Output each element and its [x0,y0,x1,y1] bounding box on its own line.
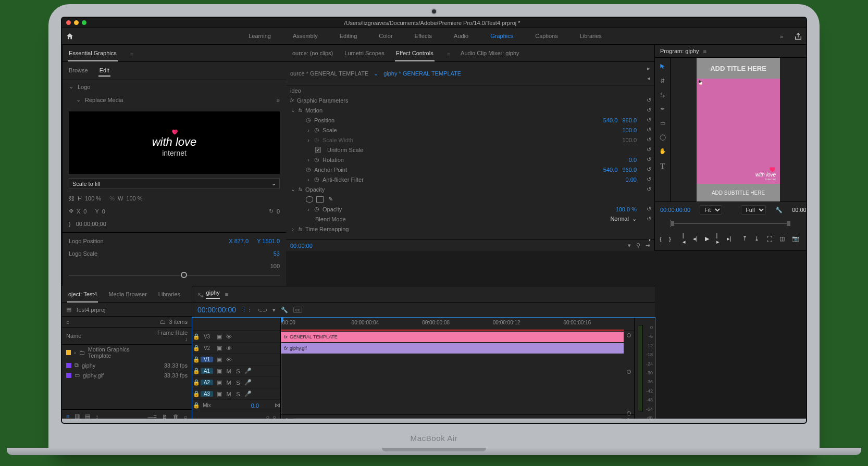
link-icon[interactable]: ⛓ [69,195,75,201]
export-frame-icon[interactable]: ⛶ [766,236,772,242]
minimize-icon[interactable] [74,20,79,25]
ec-motion[interactable]: Motion [305,107,323,114]
project-row[interactable]: ⧉giphy33.33 fps [62,360,192,370]
ec-anchor-x[interactable]: 540.0 [603,167,618,173]
pen-tool-icon[interactable]: ✒ [660,106,665,112]
eg-group-replace[interactable]: ⌄Replace Media≡ [63,93,286,106]
linked-selection-icon[interactable]: ⊂⊃ [258,307,267,313]
col-rate[interactable]: Frame Rate ↓ [152,328,192,345]
track-v2[interactable]: 🔒V2▣👁 [192,343,280,354]
workspace-learning[interactable]: Learning [246,30,273,43]
reset-icon[interactable]: ↺ [647,156,651,163]
ec-timeline-toggle[interactable]: ▸◂ [647,65,650,82]
eg-media-thumb[interactable]: with love internet [69,111,280,174]
go-in-icon[interactable]: |◂ [683,232,686,245]
maximize-icon[interactable] [82,20,86,25]
share-icon[interactable] [790,32,806,41]
panel-overflow-icon[interactable]: » [200,293,203,299]
wrench-icon[interactable]: 🔧 [281,307,288,313]
zoom-select[interactable]: Fit [700,205,722,215]
track-a3[interactable]: 🔒A3▣MS🎤 [192,388,280,400]
reset-icon[interactable]: ↺ [647,127,651,133]
filter-bin-icon[interactable]: ⌕ [66,319,70,325]
lift-icon[interactable]: ⤒ [742,235,747,242]
vertical-align-icon[interactable]: ⇵ [660,78,665,84]
step-fwd-icon[interactable]: |▸ [716,232,720,245]
uniform-scale-checkbox[interactable] [315,147,321,153]
extract-icon[interactable]: ⤓ [754,235,759,242]
stopwatch-icon[interactable]: ◷ [314,128,319,133]
eg-w-value[interactable]: 100 % [126,195,142,201]
stopwatch-icon[interactable]: ◷ [314,177,319,182]
ec-anchor-y[interactable]: 960.0 [622,167,637,173]
clip-gif[interactable]: fxgiphy.gif [281,343,624,354]
eg-logo-pos-x[interactable]: X 877.0 [229,238,249,244]
snapshot-icon[interactable]: 📷 [792,235,799,242]
ec-blend-value[interactable]: Normal [610,216,628,222]
workspace-captions[interactable]: Captions [533,30,560,43]
track-a1[interactable]: 🔒A1▣MS🎤 [192,366,280,377]
reset-icon[interactable]: ↺ [647,97,651,104]
eg-y-value[interactable]: 0 [102,208,105,215]
program-tc[interactable]: 00:00:00:00 [660,207,690,213]
program-scrubber[interactable] [655,218,806,229]
workspace-color[interactable]: Color [377,30,394,43]
reset-icon[interactable]: ↺ [647,176,651,183]
reset-icon[interactable]: ↺ [647,117,651,123]
tab-project[interactable]: oject: Test4 [67,289,98,303]
mark-out-icon[interactable]: } [669,236,671,242]
workspace-graphics[interactable]: Graphics [488,30,515,43]
ec-breadcrumb[interactable]: giphy * GENERAL TEMPLATE [383,70,461,77]
rotate-icon[interactable]: ↻ [269,208,274,215]
ec-position-y[interactable]: 960.0 [622,117,637,123]
ec-flicker-value[interactable]: 0.00 [626,177,637,183]
pin-icon[interactable]: ⚲ [636,242,640,249]
scroll-handle[interactable] [627,333,631,337]
reset-icon[interactable]: ↺ [647,136,651,143]
track-a2[interactable]: 🔒A2▣MS🎤 [192,377,280,388]
close-icon[interactable] [66,20,71,25]
panel-menu-icon[interactable]: ≡ [130,52,133,58]
workspace-assembly[interactable]: Assembly [291,30,320,43]
eg-tab-browse[interactable]: Browse [68,65,89,77]
eg-scale-mode-select[interactable]: Scale to fill⌄ [69,178,280,189]
snap-icon[interactable]: ⋮⋮ [241,307,253,313]
timeline-tc[interactable]: 00:00:00:00 [197,306,236,314]
eg-logo-scale-slider[interactable] [69,271,280,279]
eg-group-logo[interactable]: ⌄Logo [63,80,286,93]
caption-track-icon[interactable]: cc [293,307,302,313]
reset-icon[interactable]: ↺ [647,206,651,212]
move-icon[interactable]: ✥ [69,208,73,215]
anchor-icon[interactable]: } [69,221,71,227]
ellipse-tool-icon[interactable]: ◯ [660,134,666,141]
tab-audio-mixer[interactable]: Audio Clip Mixer: giphy [460,48,520,61]
arrow-icon[interactable]: ⇥ [646,242,650,249]
opacity-mask-tools[interactable]: ✎ [286,196,334,203]
filter-icon[interactable]: ▾ [628,242,631,249]
play-icon[interactable]: ▶ [705,235,709,242]
sequence-tab[interactable]: giphy [206,289,219,299]
ec-time-remap[interactable]: Time Remapping [305,226,349,232]
tab-libraries[interactable]: Libraries [157,289,181,303]
workspace-editing[interactable]: Editing [338,30,359,43]
time-ruler[interactable]: :00:00 00:00:00:04 00:00:00:08 00:00:00:… [281,318,634,331]
marker-icon[interactable]: ▾ [272,307,276,313]
ec-graphic-params[interactable]: Graphic Parameters [297,97,348,104]
go-out-icon[interactable]: ▸| [727,235,731,242]
reset-icon[interactable]: ↺ [647,186,651,193]
stopwatch-icon[interactable]: ◷ [314,137,319,143]
stopwatch-icon[interactable]: ◷ [314,157,319,162]
program-canvas[interactable]: ADD TITLE HERE [697,58,780,201]
mark-in-icon[interactable]: { [660,236,662,242]
timeline-tracks[interactable]: :00:00 00:00:00:04 00:00:00:08 00:00:00:… [281,318,634,423]
reset-icon[interactable]: ↺ [647,146,651,153]
new-bin-icon[interactable]: 🗀 [160,319,166,325]
eg-r-value[interactable]: 0 [277,208,280,215]
workspace-effects[interactable]: Effects [413,30,434,43]
selection-tool-icon[interactable] [659,63,666,70]
ec-rotation-value[interactable]: 0.0 [629,157,637,163]
ec-opacity-value[interactable]: 100.0 % [616,206,637,212]
rectangle-tool-icon[interactable]: ▭ [660,120,665,127]
workspace-overflow-icon[interactable]: » [773,33,790,40]
eg-logo-scale-value[interactable]: 53 [274,250,280,257]
